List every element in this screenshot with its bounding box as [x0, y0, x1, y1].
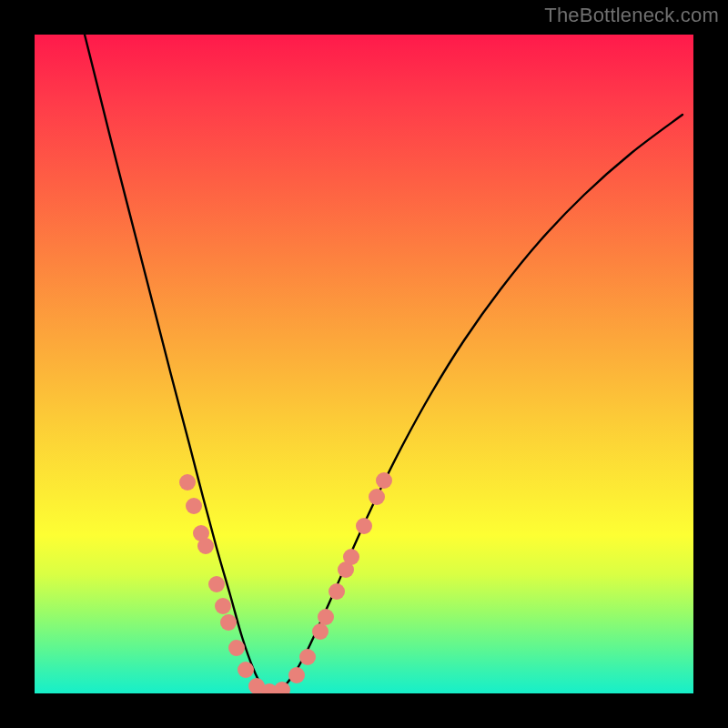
marker-group	[179, 472, 392, 693]
data-marker	[356, 518, 372, 534]
data-marker	[299, 649, 316, 665]
data-marker	[318, 609, 334, 625]
data-marker	[197, 538, 214, 554]
data-marker	[369, 489, 385, 505]
data-marker	[186, 498, 202, 514]
data-marker	[288, 667, 305, 683]
data-marker	[208, 576, 225, 592]
data-marker	[329, 583, 345, 600]
bottleneck-curve	[85, 35, 682, 692]
chart-svg	[35, 35, 693, 693]
data-marker	[179, 474, 196, 490]
watermark-text: TheBottleneck.com	[544, 4, 719, 27]
chart-frame: TheBottleneck.com	[0, 0, 728, 728]
data-marker	[220, 614, 237, 631]
data-marker	[376, 472, 392, 489]
data-marker	[312, 623, 329, 640]
plot-area	[35, 35, 693, 693]
data-marker	[215, 598, 231, 614]
data-marker	[238, 662, 254, 678]
data-marker	[228, 640, 245, 656]
data-marker	[343, 549, 359, 565]
